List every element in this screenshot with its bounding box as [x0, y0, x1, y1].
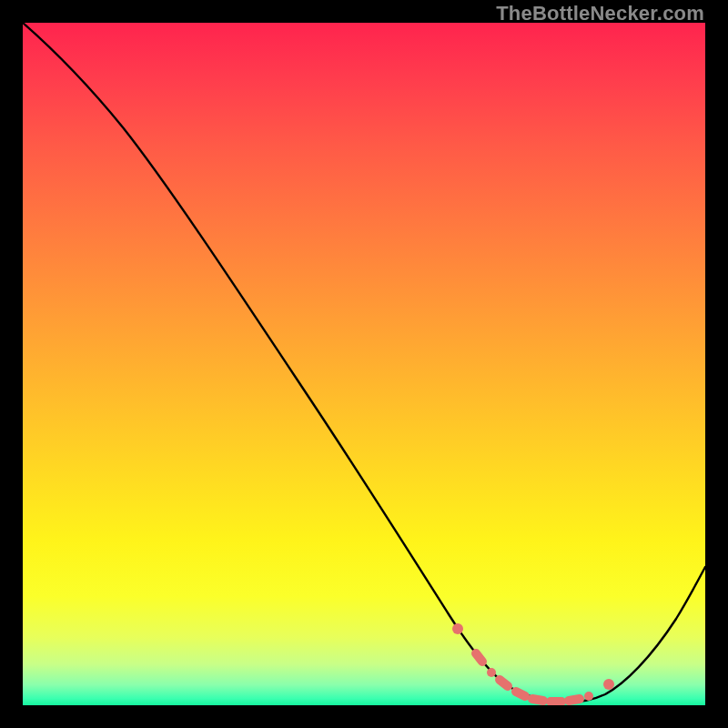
optimal-region-highlight: [452, 623, 614, 702]
highlight-dash: [532, 699, 543, 701]
highlight-dash: [569, 699, 580, 701]
bottleneck-curve: [23, 23, 705, 705]
highlight-dot: [584, 692, 593, 701]
highlight-dash: [516, 692, 525, 696]
highlight-dot: [452, 623, 463, 634]
attribution-watermark: TheBottleNecker.com: [496, 2, 704, 25]
highlight-dash: [500, 680, 508, 686]
plot-area: [23, 23, 705, 705]
highlight-dash: [476, 653, 482, 662]
highlight-dot: [603, 679, 614, 690]
chart-frame: [20, 20, 708, 708]
curve-path: [23, 23, 705, 703]
highlight-dot: [487, 668, 496, 677]
